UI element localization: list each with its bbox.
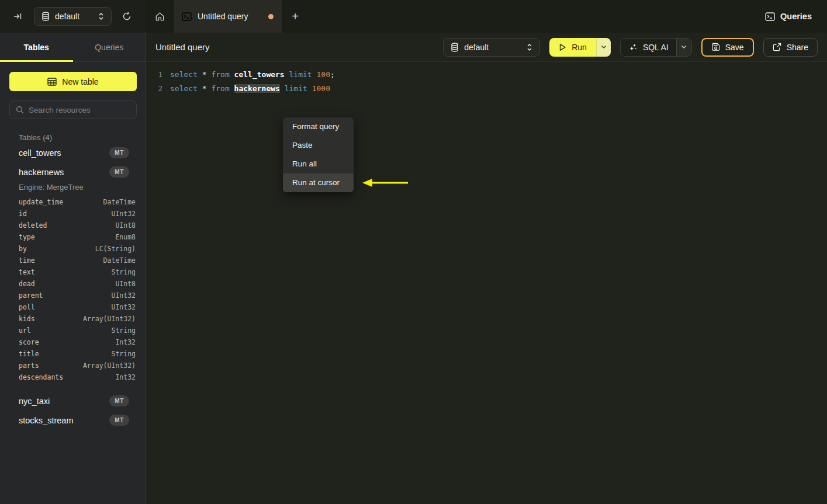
search-input[interactable] <box>29 106 130 114</box>
chevron-down-icon <box>601 45 607 49</box>
code-text: select * from cell_towers limit 100; <box>170 68 335 82</box>
sidebar-tab-tables[interactable]: Tables <box>0 33 73 61</box>
query-database-selector-value: default <box>464 43 521 52</box>
context-menu-item-run-all[interactable]: Run all <box>283 155 354 173</box>
run-split-button: Run <box>549 38 611 57</box>
table-row-cell_towers[interactable]: cell_towersMT <box>0 143 146 162</box>
line-number: 1 <box>146 68 162 82</box>
new-table-button[interactable]: New table <box>9 72 137 91</box>
column-row-score[interactable]: scoreInt32 <box>0 336 146 348</box>
spacer <box>0 383 146 391</box>
sql-ai-options-button[interactable] <box>676 39 691 56</box>
line-number: 2 <box>146 82 162 96</box>
sidebar-tabs: TablesQueries <box>0 33 146 62</box>
column-row-type[interactable]: typeEnum8 <box>0 231 146 243</box>
column-name: url <box>19 326 31 335</box>
sidebar-tab-queries[interactable]: Queries <box>73 33 146 61</box>
database-icon <box>41 12 50 21</box>
home-button[interactable] <box>146 0 173 33</box>
column-row-parent[interactable]: parentUInt32 <box>0 290 146 301</box>
column-row-url[interactable]: urlString <box>0 325 146 336</box>
column-row-descendants[interactable]: descendantsInt32 <box>0 371 146 383</box>
table-row-nyc_taxi[interactable]: nyc_taxiMT <box>0 391 146 411</box>
tables-list: cell_towersMThackernewsMTEngine: MergeTr… <box>0 143 146 430</box>
run-button[interactable]: Run <box>549 38 596 57</box>
column-type: String <box>111 350 136 358</box>
column-row-deleted[interactable]: deletedUInt8 <box>0 220 146 231</box>
sql-ai-label: SQL AI <box>643 43 669 52</box>
sql-editor[interactable]: 1select * from cell_towers limit 100;2se… <box>146 62 827 96</box>
main-panel: Untitled query default <box>146 33 827 504</box>
column-row-update_time[interactable]: update_timeDateTime <box>0 196 146 208</box>
top-bar-left: default <box>0 0 146 33</box>
column-name: kids <box>19 315 35 323</box>
context-menu-item-run-at-cursor[interactable]: Run at cursor <box>283 173 354 192</box>
sparkles-icon <box>628 43 638 52</box>
save-button[interactable]: Save <box>701 38 754 57</box>
save-icon <box>711 43 720 51</box>
column-row-by[interactable]: byLC(String) <box>0 243 146 255</box>
search-box <box>9 100 137 119</box>
column-row-id[interactable]: idUInt32 <box>0 208 146 220</box>
table-row-hackernews[interactable]: hackernewsMT <box>0 162 146 182</box>
column-row-dead[interactable]: deadUInt8 <box>0 278 146 290</box>
engine-badge: MT <box>109 415 129 426</box>
column-name: time <box>19 256 35 265</box>
column-name: dead <box>19 280 35 288</box>
code-line-1[interactable]: 1select * from cell_towers limit 100; <box>146 68 827 82</box>
collapse-sidebar-button[interactable] <box>8 7 27 26</box>
column-name: by <box>19 245 27 253</box>
sql-ai-button[interactable]: SQL AI <box>621 39 676 56</box>
annotation-arrow <box>361 177 410 189</box>
run-button-label: Run <box>572 43 587 52</box>
column-row-parts[interactable]: partsArray(UInt32) <box>0 360 146 371</box>
context-menu-item-paste[interactable]: Paste <box>283 136 354 155</box>
share-button[interactable]: Share <box>763 38 818 57</box>
collapse-sidebar-icon <box>13 12 22 21</box>
engine-badge: MT <box>109 147 129 158</box>
queries-button[interactable]: Queries <box>765 0 812 33</box>
new-tab-button[interactable]: + <box>282 0 308 33</box>
database-selector[interactable]: default <box>34 7 112 26</box>
column-name: id <box>19 210 27 218</box>
column-type: Int32 <box>115 373 136 381</box>
query-database-selector[interactable]: default <box>443 38 540 57</box>
column-name: deleted <box>19 221 47 230</box>
column-type: UInt8 <box>115 221 136 230</box>
column-row-text[interactable]: textString <box>0 266 146 278</box>
table-name: nyc_taxi <box>19 397 50 406</box>
column-name: parts <box>19 362 39 370</box>
terminal-icon <box>765 12 775 21</box>
column-type: UInt32 <box>111 303 136 311</box>
column-type: Enum8 <box>115 233 136 241</box>
column-type: UInt8 <box>115 280 136 288</box>
column-name: title <box>19 350 39 358</box>
run-options-button[interactable] <box>596 38 611 57</box>
code-line-2[interactable]: 2select * from hackernews limit 1000 <box>146 82 827 96</box>
column-type: Int32 <box>115 338 136 346</box>
column-row-poll[interactable]: pollUInt32 <box>0 301 146 313</box>
refresh-button[interactable] <box>117 7 136 26</box>
context-menu-item-format-query[interactable]: Format query <box>283 117 354 136</box>
search-icon <box>16 106 24 114</box>
sidebar: TablesQueries New table Tables (4) cell_… <box>0 33 146 504</box>
tab-untitled-query[interactable]: Untitled query <box>173 0 282 33</box>
column-type: Array(UInt32) <box>83 315 136 323</box>
column-type: Array(UInt32) <box>83 362 136 370</box>
column-name: text <box>19 268 35 276</box>
engine-badge: MT <box>109 395 129 406</box>
tab-strip: Untitled query + Queries <box>146 0 827 33</box>
play-icon <box>559 43 566 51</box>
tables-section-label: Tables (4) <box>19 133 146 142</box>
table-name: cell_towers <box>19 148 61 158</box>
share-icon <box>773 43 781 51</box>
table-row-stocks_stream[interactable]: stocks_streamMT <box>0 411 146 430</box>
column-type: String <box>111 268 136 276</box>
home-icon <box>155 12 165 22</box>
share-button-label: Share <box>787 43 808 52</box>
top-bar: default <box>0 0 827 33</box>
column-row-title[interactable]: titleString <box>0 348 146 360</box>
table-name: stocks_stream <box>19 416 73 425</box>
column-row-kids[interactable]: kidsArray(UInt32) <box>0 313 146 325</box>
column-row-time[interactable]: timeDateTime <box>0 255 146 266</box>
